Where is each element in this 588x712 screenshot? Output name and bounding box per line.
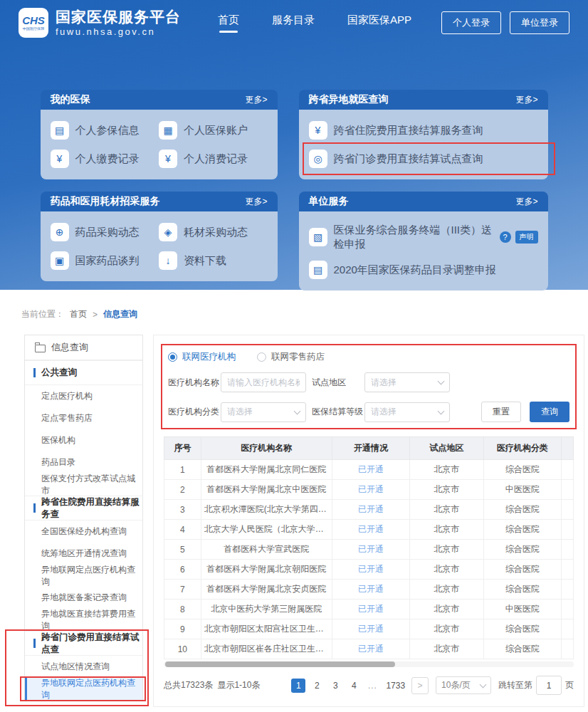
select-field[interactable]: 请选择: [221, 402, 306, 422]
table-row: 7首都医科大学附属北京安贞医院已开通北京市综合医院: [164, 580, 574, 600]
more-link[interactable]: 更多>: [245, 196, 267, 208]
sidebar-item[interactable]: 异地联网定点医疗机构查询: [25, 565, 142, 587]
select-value: 请选择: [227, 406, 253, 418]
highlighted-item-wrap: ◎跨省门诊费用直接结算试点查询: [309, 145, 538, 173]
table-row: 4北京大学人民医院（北京大学第...已开通北京市综合医院: [164, 520, 574, 540]
sidebar-item[interactable]: 异地就医备案记录查询: [25, 587, 142, 609]
select-value: 请选择: [371, 377, 397, 389]
chevron-down-icon: [438, 378, 445, 385]
filter-row-1: 医疗机构名称试点地区请选择: [168, 372, 569, 392]
table-row: 5首都医科大学宣武医院已开通北京市综合医院: [164, 540, 574, 560]
card-header: 单位服务更多>: [299, 192, 548, 211]
card-body: ⊕药品采购动态◈耗材采购动态▣国家药品谈判↓资料下载: [41, 211, 278, 281]
sidebar-item[interactable]: 定点医疗机构: [25, 385, 142, 407]
reset-button[interactable]: 重置: [481, 402, 521, 422]
login-buttons: 个人登录单位登录: [441, 11, 569, 34]
sidebar-item[interactable]: 医保支付方式改革试点城市: [25, 473, 142, 496]
card-item[interactable]: ▦个人医保账户: [159, 116, 268, 145]
page-button-3[interactable]: 3: [328, 679, 342, 693]
nav-item-2[interactable]: 服务目录: [272, 14, 315, 33]
sidebar-item[interactable]: 医保机构: [25, 429, 142, 451]
search-button[interactable]: 查询: [530, 402, 569, 422]
table-cell-stub: [561, 580, 573, 600]
select-field[interactable]: 请选择: [364, 372, 450, 392]
help-icon[interactable]: ?: [500, 231, 511, 243]
card-item[interactable]: ↓资料下载: [159, 246, 268, 275]
breadcrumb-current[interactable]: 信息查询: [103, 308, 137, 320]
more-link[interactable]: 更多>: [515, 94, 537, 106]
personal-login-button[interactable]: 个人登录: [441, 11, 501, 34]
card-body: ¥跨省住院费用直接结算服务查询◎跨省门诊费用直接结算试点查询: [299, 110, 548, 179]
site-logo[interactable]: CHS 中国医疗保障: [19, 8, 48, 38]
select-field[interactable]: 请选择: [364, 402, 450, 422]
table-cell: 3: [164, 500, 201, 520]
highlighted-item-wrap: 异地联网定点医药机构查询: [25, 678, 142, 700]
sidebar-group-header[interactable]: 跨省住院费用直接结算服务查: [25, 496, 142, 520]
sidebar-root-info-query[interactable]: 信息查询: [25, 335, 142, 360]
sidebar-item[interactable]: 全国医保经办机构查询: [25, 520, 142, 543]
status-cell: 已开通: [332, 540, 409, 560]
table-header-row: 序号医疗机构名称开通情况试点地区医疗机构分类: [164, 437, 574, 460]
page-size-select[interactable]: 10条/页: [436, 676, 491, 694]
table-row: 8北京中医药大学第三附属医院已开通北京市中医医院: [164, 600, 574, 619]
sidebar-item[interactable]: 试点地区情况查询: [25, 656, 142, 678]
page-button-1733[interactable]: 1733: [384, 679, 407, 693]
table-cell: 10: [164, 639, 201, 659]
table-cell-stub: [561, 560, 573, 580]
card-item[interactable]: ▤个人参保信息: [51, 116, 159, 145]
horizontal-scrollbar[interactable]: [164, 661, 574, 667]
sidebar-item[interactable]: 统筹地区开通情况查询: [25, 543, 142, 565]
card-item[interactable]: ▣国家药品谈判: [51, 246, 159, 275]
card-item[interactable]: ¥个人消费记录: [159, 145, 268, 173]
service-card-1: 我的医保更多>▤个人参保信息▦个人医保账户¥个人缴费记录¥个人消费记录: [41, 90, 278, 179]
radio-option-1[interactable]: 联网医疗机构: [168, 351, 236, 363]
scrollbar-thumb[interactable]: [165, 661, 395, 667]
table-cell: 北京市朝阳区太阳宫社区卫生服...: [201, 619, 332, 639]
card-item[interactable]: ¥跨省住院费用直接结算服务查询: [309, 116, 538, 145]
table-cell: 北京市: [410, 460, 484, 480]
sidebar-group-3: 跨省门诊费用直接结算试点查试点地区情况查询异地联网定点医药机构查询: [25, 631, 142, 700]
item-badges: ?声明: [500, 231, 538, 244]
page-button-4[interactable]: 4: [347, 679, 361, 693]
insurance-account-icon: ▦: [159, 121, 177, 140]
radio-option-2[interactable]: 联网零售药店: [257, 351, 325, 363]
more-link[interactable]: 更多>: [245, 94, 267, 106]
declaration-badge[interactable]: 声明: [515, 231, 538, 244]
card-item[interactable]: ¥个人缴费记录: [51, 145, 159, 173]
sidebar-group-header[interactable]: 公共查询: [25, 361, 142, 385]
jump-prefix: 跳转至第: [498, 679, 532, 691]
jump-to-page: 跳转至第 页: [498, 676, 574, 695]
page-button-2[interactable]: 2: [310, 679, 324, 693]
card-item[interactable]: ⊕药品采购动态: [51, 218, 159, 246]
sidebar-item[interactable]: 异地就医直接结算费用查询: [25, 609, 142, 631]
card-item[interactable]: ▤2020年国家医保药品目录调整申报: [309, 256, 538, 284]
page-buttons: 1234...1733: [291, 679, 407, 693]
sidebar-group-header[interactable]: 跨省门诊费用直接结算试点查: [25, 632, 142, 656]
page-button-1[interactable]: 1: [291, 679, 305, 693]
table-cell: 北京市: [410, 580, 484, 600]
main-nav: 首页服务目录国家医保APP: [218, 14, 411, 33]
more-link[interactable]: 更多>: [515, 196, 537, 208]
filter-field: 医疗机构分类请选择: [168, 402, 306, 422]
card-item[interactable]: ◈耗材采购动态: [159, 218, 268, 246]
nav-item-3[interactable]: 国家医保APP: [347, 14, 411, 33]
table-cell-stub: [561, 619, 573, 639]
table-cell-stub: [561, 500, 573, 520]
radio-label: 联网医疗机构: [182, 351, 236, 363]
next-page-button[interactable]: >: [411, 677, 429, 694]
sidebar-item[interactable]: 异地联网定点医药机构查询: [25, 678, 142, 700]
table-cell: 1: [164, 460, 201, 480]
breadcrumb-home[interactable]: 首页: [70, 308, 87, 320]
nav-item-1[interactable]: 首页: [218, 14, 239, 33]
unit-login-button[interactable]: 单位登录: [510, 11, 569, 34]
card-item[interactable]: ▧医保业务综合服务终端（III类）送检申报?声明: [309, 218, 538, 256]
sidebar-item[interactable]: 定点零售药店: [25, 407, 142, 429]
facility-type-radios: 联网医疗机构联网零售药店: [168, 351, 569, 363]
facility-name-input[interactable]: [221, 372, 306, 392]
card-item[interactable]: ◎跨省门诊费用直接结算试点查询: [309, 145, 538, 173]
status-cell: 已开通: [332, 600, 409, 619]
jump-page-input[interactable]: [536, 676, 562, 695]
field-label: 医疗机构名称: [168, 377, 221, 389]
sidebar-item[interactable]: 药品目录: [25, 451, 142, 473]
table-cell: 2: [164, 480, 201, 500]
